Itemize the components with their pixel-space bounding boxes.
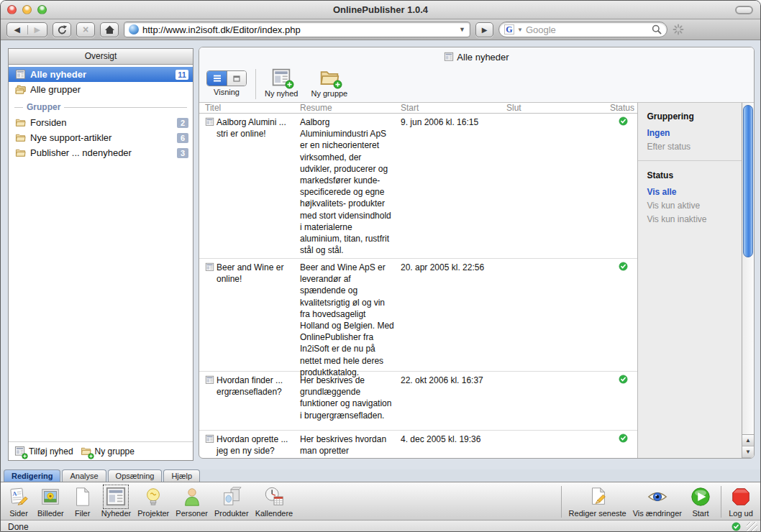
sidebar-item-alle-nyheder[interactable]: Alle nyheder 11 (9, 67, 193, 82)
detail-view-button[interactable] (227, 71, 246, 86)
search-icon (652, 24, 662, 35)
forward-icon[interactable]: ▶ (27, 25, 47, 35)
search-placeholder[interactable]: Google (526, 24, 649, 35)
vertical-scrollbar[interactable]: ▲ ▼ (742, 103, 754, 458)
column-start[interactable]: Start (401, 103, 506, 113)
play-icon (688, 485, 713, 508)
folder-icon (15, 132, 26, 143)
column-resume[interactable]: Resume (300, 103, 401, 113)
toolbar-item-label: Kallendere (255, 509, 293, 518)
tab-redigering[interactable]: Redigering (4, 469, 60, 482)
toolbar-item-start[interactable]: Start (688, 485, 713, 518)
detail-view-icon (232, 75, 241, 83)
home-button[interactable] (100, 22, 119, 37)
toolbar-item-sider[interactable]: A Sider (6, 485, 31, 518)
minimize-window-button[interactable] (22, 5, 32, 14)
new-news-button[interactable]: Ny nyhed (265, 68, 298, 98)
back-icon[interactable]: ◀ (7, 25, 27, 35)
scrollbar-thumb[interactable] (743, 105, 753, 257)
row-start: 4. dec 2005 kl. 19:36 (401, 434, 506, 457)
new-group-button-main[interactable]: Ny gruppe (311, 68, 347, 98)
news-icon (444, 52, 454, 62)
toolbar-item-personer[interactable]: Personer (176, 485, 208, 518)
toolbar-item-label: Sider (9, 509, 28, 518)
toolbar-item-log-ud[interactable]: Log ud (729, 485, 753, 518)
table-row[interactable]: Beer and Wine er online! Beer and Wine A… (199, 259, 637, 372)
google-logo-icon[interactable]: G (504, 24, 514, 35)
sidebar-item-publisher-ndenyheder[interactable]: Publisher ... ndenyheder 3 (9, 145, 193, 160)
tab-hjaelp[interactable]: Hjælp (163, 469, 200, 482)
search-engine-dropdown-icon[interactable]: ▼ (517, 27, 523, 33)
scroll-up-button[interactable]: ▲ (742, 435, 754, 446)
toolbar-item-produkter[interactable]: Produkter (214, 485, 249, 518)
resize-grip[interactable] (747, 522, 757, 532)
table-row[interactable]: Aalborg Alumini ... stri er online! Aalb… (199, 114, 637, 259)
list-view-icon (212, 74, 222, 83)
url-text[interactable]: http://www.in2isoft.dk/Editor/index.php (142, 24, 455, 35)
status-option-vis-kun-inaktive[interactable]: Vis kun inaktive (647, 214, 742, 224)
sidebar-item-nye-support-artikler[interactable]: Nye support-artikler 6 (9, 130, 193, 145)
new-group-icon (81, 446, 92, 457)
new-news-label: Ny nyhed (265, 89, 298, 98)
add-news-icon (14, 446, 26, 457)
table-row[interactable]: Hvordan finder ... ergrænsefladen? Her b… (199, 372, 637, 431)
status-text: Done (8, 522, 29, 532)
toolbar-item-filer[interactable]: Filer (70, 485, 95, 518)
go-button[interactable]: ▶ (475, 22, 493, 37)
count-badge: 6 (177, 133, 188, 143)
list-view-button[interactable] (207, 71, 227, 86)
status-header: Status (647, 170, 742, 180)
toolbar-separator (721, 486, 721, 518)
browser-toolbar: ◀ ▶ × http://www.in2isoft.dk/Editor/inde… (1, 19, 760, 40)
tab-analyse[interactable]: Analyse (62, 469, 106, 482)
toolbar-item-projekter[interactable]: Projekter (137, 485, 169, 518)
pages-icon: A (6, 485, 31, 508)
url-field[interactable]: http://www.in2isoft.dk/Editor/index.php … (124, 22, 470, 37)
eye-icon (645, 485, 670, 508)
view-mode-control: Visning (206, 68, 247, 96)
url-dropdown-icon[interactable]: ▼ (459, 26, 465, 33)
toolbar-item-label: Start (692, 509, 708, 518)
column-slut[interactable]: Slut (506, 103, 610, 113)
sidebar-item-alle-grupper[interactable]: Alle grupper (9, 82, 193, 97)
grouping-option-efter-status[interactable]: Efter status (647, 142, 742, 152)
toolbar-item-rediger-seneste[interactable]: Rediger seneste (569, 485, 626, 518)
group-divider: Grupper (14, 102, 187, 112)
toolbar-item-billeder[interactable]: Billeder (37, 485, 64, 518)
stop-button[interactable]: × (76, 22, 95, 37)
new-group-button[interactable]: Ny gruppe (95, 446, 135, 457)
search-field[interactable]: G ▼ Google (498, 22, 667, 37)
stop-icon: × (83, 24, 88, 35)
toolbar-item-label: Produkter (214, 509, 249, 518)
plus-icon (333, 80, 342, 89)
toolbar-item-vis-aendringer[interactable]: Vis ændringer (633, 485, 682, 518)
close-window-button[interactable] (7, 5, 17, 14)
add-news-button[interactable]: Tilføj nyhed (29, 446, 73, 457)
sidebar-item-forsiden[interactable]: Forsiden 2 (9, 115, 193, 130)
row-title: Hvordan oprette ... jeg en ny side? (217, 434, 288, 457)
person-icon (180, 485, 204, 508)
plus-icon (22, 453, 28, 459)
toolbar-item-kallendere[interactable]: Kallendere (255, 485, 293, 518)
column-titel[interactable]: Titel (205, 103, 300, 113)
scroll-down-button[interactable]: ▼ (742, 446, 754, 458)
column-status[interactable]: Status (610, 103, 637, 113)
row-title: Aalborg Alumini ... stri er online! (217, 116, 288, 139)
news-icon (205, 262, 214, 272)
row-resume: Her beskrives de grundlæggende funktione… (300, 375, 395, 426)
back-forward-buttons[interactable]: ◀ ▶ (6, 22, 47, 37)
main-panel-header: Alle nyheder (199, 47, 754, 66)
reload-button[interactable] (53, 22, 71, 37)
toolbar-item-nyheder[interactable]: Nyheder (101, 485, 132, 518)
grouping-option-ingen[interactable]: Ingen (647, 128, 742, 138)
toolbar-toggle-button[interactable] (735, 6, 753, 14)
tab-opsaetning[interactable]: Opsætning (108, 469, 163, 482)
main-panel: Alle nyheder (199, 47, 755, 459)
news-table: Titel Resume Start Slut Status Aalborg A… (199, 103, 637, 458)
zoom-window-button[interactable] (37, 5, 47, 14)
toolbar-item-label: Rediger seneste (569, 509, 626, 518)
status-option-vis-alle[interactable]: Vis alle (647, 187, 742, 197)
status-option-vis-kun-aktive[interactable]: Vis kun aktive (647, 201, 742, 211)
table-row[interactable]: Hvordan oprette ... jeg en ny side? Her … (199, 431, 637, 458)
products-icon (219, 485, 244, 508)
